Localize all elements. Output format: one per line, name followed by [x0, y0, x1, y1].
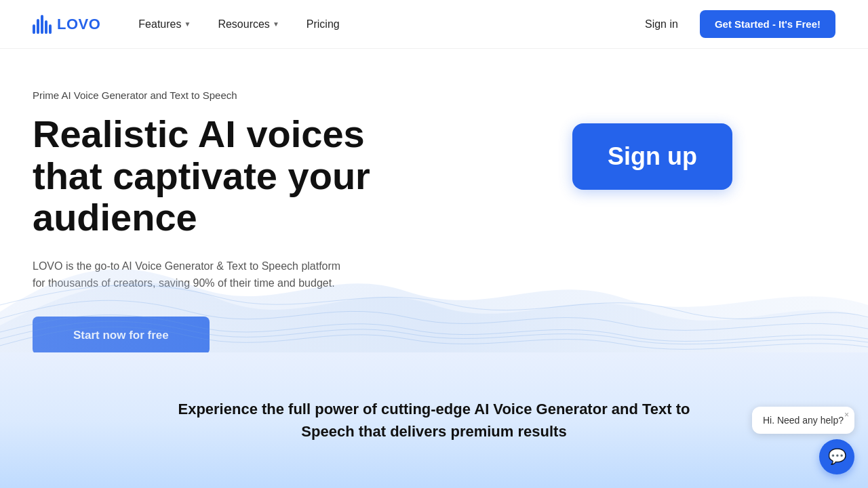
- nav-resources[interactable]: Resources ▼: [207, 13, 290, 36]
- chat-message: Hi. Need any help?: [763, 415, 844, 426]
- logo-bar-3: [41, 15, 43, 34]
- features-chevron-icon: ▼: [184, 20, 191, 28]
- chat-open-button[interactable]: 💬: [819, 439, 854, 474]
- logo-bar-1: [33, 24, 35, 34]
- logo[interactable]: LOVO: [33, 15, 100, 34]
- chat-close-button[interactable]: ×: [844, 411, 849, 419]
- signup-bubble-button[interactable]: Sign up: [572, 123, 732, 190]
- logo-bar-5: [49, 24, 52, 34]
- pricing-label: Pricing: [307, 18, 340, 30]
- hero-title: Realistic AI voices that captivate your …: [33, 113, 399, 239]
- nav-pricing[interactable]: Pricing: [296, 13, 351, 36]
- logo-bar-4: [45, 20, 47, 34]
- resources-label: Resources: [218, 18, 269, 30]
- features-label: Features: [138, 18, 181, 30]
- chat-widget: Hi. Need any help? × 💬: [752, 407, 854, 474]
- nav-links: Features ▼ Resources ▼ Pricing: [127, 13, 634, 36]
- nav-right: Sign in Get Started - It's Free!: [634, 10, 835, 38]
- get-started-button[interactable]: Get Started - It's Free!: [700, 10, 835, 38]
- bottom-section: Experience the full power of cutting-edg…: [0, 352, 868, 488]
- sign-in-button[interactable]: Sign in: [634, 13, 689, 36]
- hero-subtitle: Prime AI Voice Generator and Text to Spe…: [33, 89, 835, 101]
- logo-icon: [33, 15, 52, 34]
- logo-text: LOVO: [57, 16, 100, 33]
- chat-icon: 💬: [828, 448, 846, 466]
- navbar: LOVO Features ▼ Resources ▼ Pricing Sign…: [0, 0, 868, 49]
- logo-bar-2: [37, 19, 39, 34]
- resources-chevron-icon: ▼: [273, 20, 279, 28]
- bottom-text: Experience the full power of cutting-edg…: [176, 398, 692, 443]
- nav-features[interactable]: Features ▼: [127, 13, 201, 36]
- chat-bubble: Hi. Need any help? ×: [752, 407, 854, 434]
